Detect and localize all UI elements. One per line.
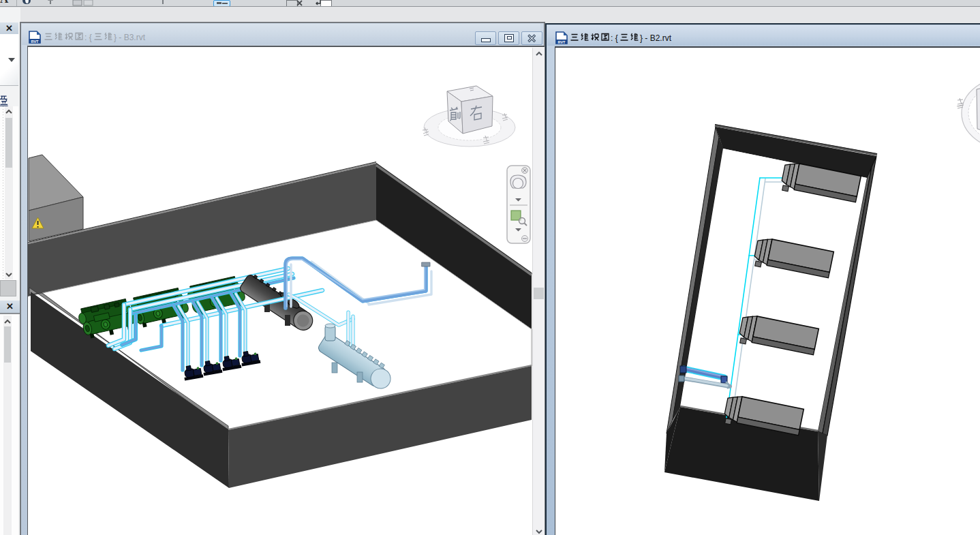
svg-text:: {: : { [85,33,92,42]
svg-text:RVT: RVT [31,40,40,44]
svg-text:} - B3.rvt: } - B3.rvt [114,33,146,42]
svg-text:RVT: RVT [558,40,566,44]
svg-text:: {: : { [611,33,618,43]
svg-text:} - B2.rvt: } - B2.rvt [640,33,672,43]
